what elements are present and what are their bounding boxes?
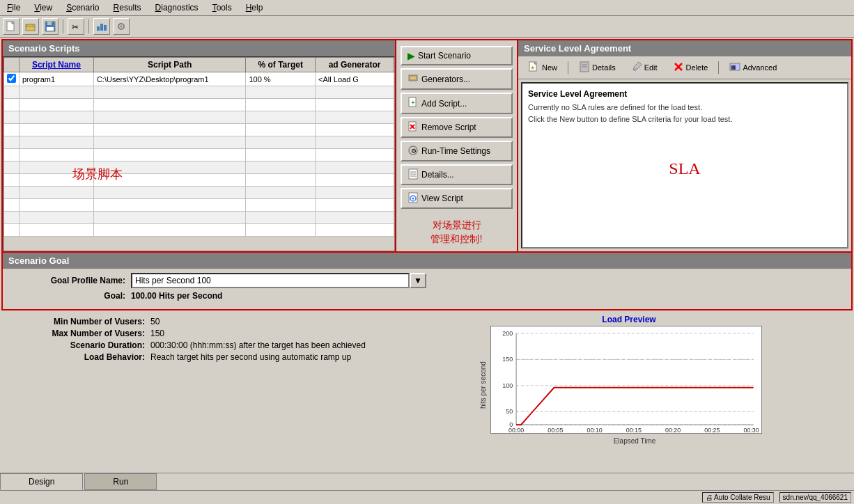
- runtime-settings-label: Run-Time Settings: [421, 146, 490, 156]
- details-button[interactable]: Details...: [401, 164, 513, 185]
- load-behavior-label: Load Behavior:: [6, 352, 145, 362]
- status-url: sdn.nev/qq_4066621: [779, 492, 851, 503]
- table-row: [4, 212, 394, 224]
- sla-toolbar: ★ New Details Edit: [518, 56, 851, 79]
- details-label: Details...: [421, 170, 454, 180]
- chart-button[interactable]: [93, 18, 110, 35]
- goal-label: Goal:: [14, 291, 125, 301]
- sla-separator-2: [718, 61, 719, 74]
- sla-delete-icon: [673, 61, 684, 74]
- goal-profile-label: Goal Profile Name:: [14, 276, 125, 285]
- cut-button[interactable]: ✂: [68, 18, 84, 35]
- menu-diagnostics[interactable]: Diagnostics: [151, 1, 203, 14]
- sla-advanced-label: Advanced: [743, 63, 777, 72]
- sla-details-button[interactable]: Details: [574, 59, 621, 76]
- col-percent: % of Target: [246, 58, 316, 72]
- chart-icon: [96, 21, 107, 32]
- view-script-icon: [407, 192, 419, 205]
- settings-icon: [116, 21, 127, 32]
- settings-button[interactable]: [113, 18, 130, 35]
- remove-script-button[interactable]: Remove Script: [401, 117, 513, 138]
- svg-rect-5: [47, 22, 52, 25]
- status-collate: 🖨 Auto Collate Resu: [702, 492, 774, 503]
- col-script-path: Script Path: [93, 58, 246, 72]
- svg-text:+: +: [411, 99, 415, 107]
- add-script-button[interactable]: + Add Script...: [401, 93, 513, 114]
- sla-edit-button[interactable]: Edit: [626, 59, 662, 76]
- sla-advanced-button[interactable]: ▦ Advanced: [724, 59, 782, 76]
- new-button[interactable]: [3, 18, 20, 35]
- duration-value: 000:30:00 (hhh:mm:ss) after the target h…: [150, 340, 366, 350]
- scenario-scripts-panel: Scenario Scripts Script Name Script Path…: [3, 40, 396, 251]
- menu-help[interactable]: Help: [242, 1, 267, 14]
- sla-content-text1: Currently no SLA rules are defined for t…: [528, 102, 841, 113]
- max-vusers-value: 150: [150, 329, 164, 338]
- sla-title: Service Level Agreement: [518, 40, 851, 56]
- table-row: [4, 187, 394, 199]
- min-vusers-row: Min Number of Vusers: 50: [6, 317, 410, 326]
- view-script-button[interactable]: View Script: [401, 188, 513, 209]
- svg-text:★: ★: [530, 65, 535, 71]
- runtime-icon-svg: ⚙: [407, 145, 419, 156]
- generators-icon: [407, 72, 419, 86]
- scenario-scripts-title: Scenario Scripts: [3, 40, 395, 56]
- sla-separator-1: [568, 61, 568, 74]
- tab-design[interactable]: Design: [0, 473, 83, 490]
- svg-text:100: 100: [502, 382, 513, 389]
- svg-rect-6: [47, 27, 54, 31]
- goal-profile-row: Goal Profile Name: ▼: [14, 273, 840, 288]
- chart-plot: 200 150 100 50 0 00:00 00:05 00:10 00:15…: [490, 326, 779, 445]
- sla-edit-label: Edit: [644, 63, 658, 72]
- goal-profile-input[interactable]: [131, 273, 410, 288]
- collate-icon: 🖨: [706, 494, 713, 501]
- new-icon: [6, 21, 17, 32]
- main-area: Scenario Scripts Script Name Script Path…: [0, 38, 854, 504]
- chart-title: Load Preview: [602, 315, 655, 324]
- view-script-label: View Script: [421, 194, 463, 203]
- runtime-settings-button[interactable]: ⚙ Run-Time Settings: [401, 141, 513, 162]
- menu-view[interactable]: View: [30, 1, 56, 14]
- table-row: [4, 174, 394, 187]
- open-icon: [25, 21, 36, 32]
- svg-text:00:20: 00:20: [665, 427, 681, 434]
- svg-text:150: 150: [502, 356, 513, 363]
- view-script-icon-svg: [407, 192, 419, 203]
- sla-details-label: Details: [592, 63, 616, 72]
- open-button[interactable]: [22, 18, 39, 35]
- svg-text:▦: ▦: [731, 64, 736, 70]
- generators-button[interactable]: Generators...: [401, 68, 513, 90]
- min-vusers-value: 50: [150, 317, 160, 326]
- toolbar-separator-2: [88, 19, 89, 33]
- menu-results[interactable]: Results: [109, 1, 146, 14]
- table-row: [4, 86, 394, 99]
- remove-script-icon-svg: [407, 121, 419, 132]
- remove-script-label: Remove Script: [421, 123, 476, 132]
- row-checkbox-cell[interactable]: [4, 72, 20, 86]
- details-icon-svg: [407, 168, 419, 180]
- svg-rect-10: [104, 25, 107, 31]
- sla-annotation: SLA: [528, 159, 841, 178]
- sla-edit-icon: [631, 61, 642, 74]
- row-script-name: program1: [20, 72, 94, 86]
- remove-script-icon: [407, 121, 419, 134]
- script-table-container[interactable]: Script Name Script Path % of Target ad G…: [3, 56, 395, 251]
- start-scenario-button[interactable]: ▶ Start Scenario: [401, 46, 513, 65]
- chart-svg: 200 150 100 50 0 00:00 00:05 00:10 00:15…: [490, 326, 762, 434]
- menu-tools[interactable]: Tools: [208, 1, 236, 14]
- sla-delete-button[interactable]: Delete: [668, 59, 713, 76]
- tab-run[interactable]: Run: [84, 473, 157, 490]
- sla-content-text2: Click the New button to define SLA crite…: [528, 113, 841, 125]
- sla-details-icon: [579, 61, 590, 74]
- menu-scenario[interactable]: Scenario: [62, 1, 103, 14]
- table-row[interactable]: program1 C:\Users\YYZ\Desktop\program1 1…: [4, 72, 394, 86]
- row-generator: <All Load G: [316, 72, 394, 86]
- save-icon: [45, 21, 56, 32]
- row-checkbox[interactable]: [7, 74, 16, 83]
- save-button[interactable]: [42, 18, 59, 35]
- goal-dropdown-button[interactable]: ▼: [410, 273, 426, 288]
- sla-new-button[interactable]: ★ New: [524, 59, 562, 76]
- menu-file[interactable]: File: [3, 1, 24, 14]
- sla-new-label: New: [542, 63, 557, 72]
- svg-point-28: [412, 198, 414, 200]
- svg-text:00:30: 00:30: [744, 427, 759, 434]
